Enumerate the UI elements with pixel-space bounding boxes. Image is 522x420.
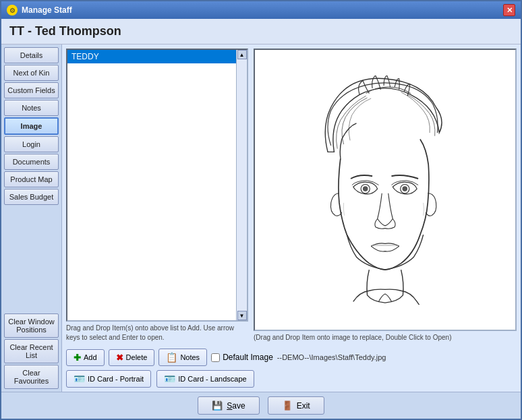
default-image-checkbox[interactable] [211, 353, 220, 362]
default-image-row: Default Image [211, 353, 273, 362]
image-list[interactable]: TEDDY ▲ ▼ [66, 49, 248, 322]
title-bar-left: ⚙ Manage Staff [7, 5, 72, 16]
app-icon: ⚙ [7, 5, 18, 16]
footer-bar: 💾 Save 🚪 Exit [1, 392, 521, 419]
sidebar-item-sales-budget[interactable]: Sales Budget [4, 189, 59, 205]
list-item[interactable]: TEDDY [67, 50, 236, 63]
image-path: --DEMO--\Images\Staff\Teddy.jpg [277, 353, 517, 361]
card-row: 🪪 ID Card - Portrait 🪪 ID Card - Landsca… [66, 370, 517, 388]
left-hint: Drag and Drop Item(s) onto above list to… [66, 322, 248, 344]
scroll-up-arrow[interactable]: ▲ [237, 50, 247, 59]
delete-button[interactable]: ✖ Delete [109, 349, 155, 366]
sidebar-item-details[interactable]: Details [4, 47, 59, 63]
sidebar-item-notes[interactable]: Notes [4, 100, 59, 116]
action-row: ✚ Add ✖ Delete 📋 Notes Default Image --D… [66, 349, 517, 366]
clear-favourites-button[interactable]: Clear Favourites [4, 365, 59, 389]
close-button[interactable]: ✕ [503, 4, 515, 16]
right-panel: (Drag and Drop Item onto image to replac… [254, 49, 517, 344]
main-content: Details Next of Kin Custom Fields Notes … [1, 44, 521, 392]
id-card-portrait-button[interactable]: 🪪 ID Card - Portrait [66, 370, 151, 388]
sidebar: Details Next of Kin Custom Fields Notes … [1, 44, 62, 392]
list-scrollbar: ▲ ▼ [236, 50, 247, 320]
sidebar-item-image[interactable]: Image [4, 117, 59, 135]
scroll-down-arrow[interactable]: ▼ [237, 311, 247, 320]
sidebar-item-documents[interactable]: Documents [4, 154, 59, 170]
exit-button[interactable]: 🚪 Exit [268, 396, 324, 415]
main-window: ⚙ Manage Staff ✕ TT - Ted Thompson Detai… [0, 0, 522, 420]
default-image-label: Default Image [223, 353, 273, 362]
exit-label: Exit [297, 401, 310, 411]
sidebar-item-login[interactable]: Login [4, 136, 59, 152]
left-panel: TEDDY ▲ ▼ Drag and Drop Item(s) onto abo… [66, 49, 248, 344]
content-area: TEDDY ▲ ▼ Drag and Drop Item(s) onto abo… [62, 44, 521, 392]
clear-window-positions-button[interactable]: Clear Window Positions [4, 313, 59, 338]
delete-icon: ✖ [116, 353, 123, 363]
save-button[interactable]: 💾 Save [198, 396, 259, 415]
landscape-card-label: ID Card - Landscape [178, 375, 247, 383]
right-hint: (Drag and Drop Item onto image to replac… [254, 331, 517, 344]
window-title: Manage Staff [22, 5, 72, 15]
notes-label: Notes [180, 353, 200, 361]
title-bar: ⚙ Manage Staff ✕ [1, 1, 521, 19]
portrait-card-label: ID Card - Portrait [88, 375, 144, 383]
sidebar-item-product-map[interactable]: Product Map [4, 171, 59, 187]
add-icon: ✚ [74, 353, 81, 363]
image-section: TEDDY ▲ ▼ Drag and Drop Item(s) onto abo… [66, 49, 517, 344]
svg-point-3 [403, 186, 408, 191]
staff-title: TT - Ted Thompson [1, 19, 521, 44]
exit-icon: 🚪 [282, 400, 293, 411]
save-icon: 💾 [212, 400, 223, 411]
image-display[interactable] [254, 49, 517, 331]
delete-label: Delete [126, 353, 148, 361]
landscape-card-icon: 🪪 [164, 373, 175, 384]
svg-point-1 [363, 186, 368, 191]
notes-icon: 📋 [166, 352, 177, 363]
sidebar-item-custom-fields[interactable]: Custom Fields [4, 82, 59, 98]
clear-recent-list-button[interactable]: Clear Recent List [4, 339, 59, 363]
portrait-card-icon: 🪪 [74, 373, 85, 384]
notes-button[interactable]: 📋 Notes [158, 349, 207, 366]
id-card-landscape-button[interactable]: 🪪 ID Card - Landscape [156, 370, 254, 388]
add-button[interactable]: ✚ Add [66, 349, 105, 366]
portrait-sketch [291, 76, 480, 305]
sidebar-item-next-of-kin[interactable]: Next of Kin [4, 65, 59, 81]
add-label: Add [84, 353, 97, 361]
